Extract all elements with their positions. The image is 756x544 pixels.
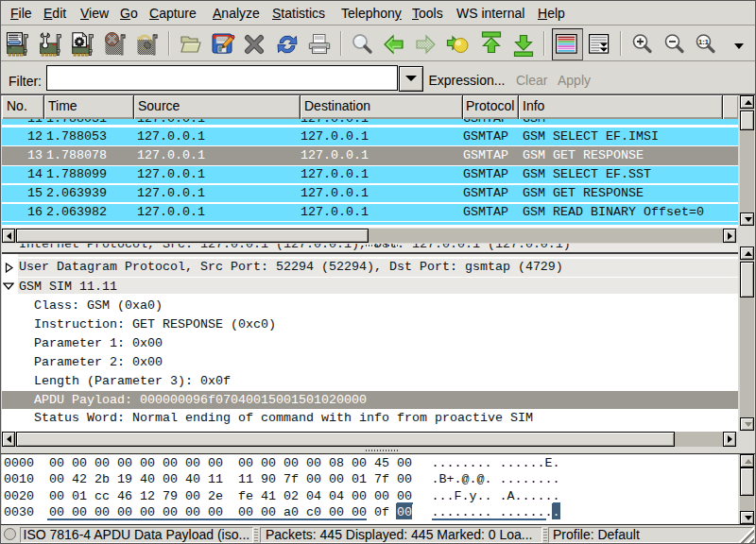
svg-text:1:1: 1:1 <box>698 38 709 46</box>
